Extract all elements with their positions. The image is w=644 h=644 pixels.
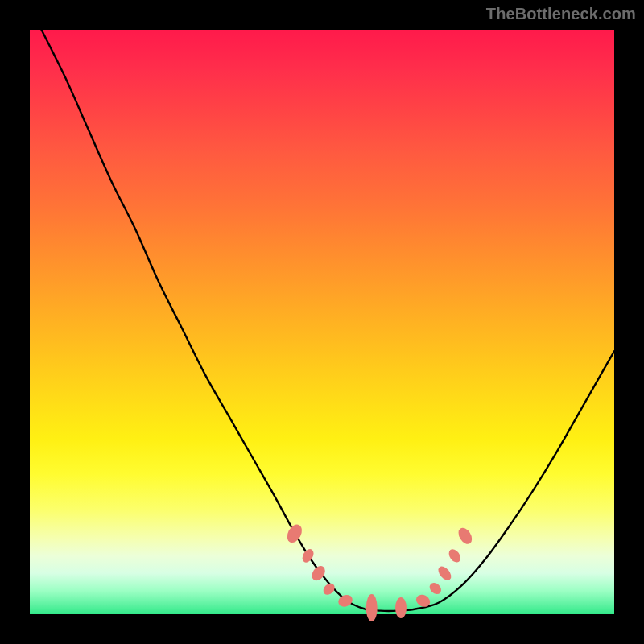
plot-area xyxy=(30,30,614,614)
bead xyxy=(284,522,304,545)
bead xyxy=(427,580,444,597)
watermark-text: TheBottleneck.com xyxy=(486,5,636,23)
chart-svg xyxy=(30,30,614,614)
chart-frame: TheBottleneck.com xyxy=(0,0,644,644)
bead xyxy=(447,547,463,565)
bottleneck-curve xyxy=(42,30,614,611)
bead xyxy=(456,526,475,547)
bead xyxy=(395,597,407,618)
curve-beads xyxy=(284,522,474,621)
bead xyxy=(366,594,378,621)
bead xyxy=(436,564,453,583)
